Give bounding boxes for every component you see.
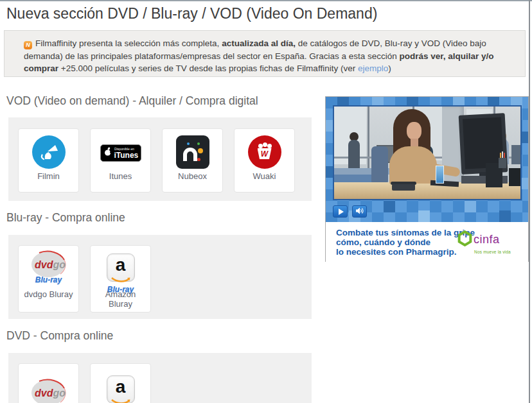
filmaffinity-page: Nueva sección DVD / Blu-ray / VOD (Video… [0, 0, 532, 403]
section-heading-vod: VOD (Video on demand) - Alquiler / Compr… [6, 94, 258, 108]
mosaic-tile [499, 210, 511, 222]
itunes-icon: Disponible en iTunes [91, 144, 150, 162]
cinfa-tagline: Nos mueve la vida [474, 250, 522, 254]
computer-monitor-back [463, 117, 504, 169]
vod-panel: Filmin Disponible en iTunes [8, 117, 312, 201]
amazon-smile-icon [110, 275, 132, 286]
section-heading-bluray: Blu-ray - Compra online [6, 211, 125, 225]
nubeox-dot [187, 142, 190, 145]
play-button[interactable] [333, 205, 348, 218]
filmaffinity-new-icon: N [24, 41, 32, 49]
window-border-top [0, 0, 532, 1]
intro-bold-1: actualizada al día, [222, 39, 296, 48]
card-amazon[interactable]: a [90, 363, 151, 403]
amazon-bluray-icon: a Blu-ray [91, 253, 150, 294]
card-filmin[interactable]: Filmin [18, 128, 79, 193]
cinfa-hexagon-icon [457, 230, 472, 249]
filmin-icon [19, 135, 78, 169]
amazon-letter: a [116, 255, 126, 275]
ejemplo-link[interactable]: ejemplo [358, 64, 388, 73]
ad-video-scene [334, 107, 520, 199]
amazon-icon: a [91, 375, 150, 403]
wuaki-letter: W [261, 150, 268, 159]
mute-button[interactable] [352, 205, 367, 218]
bluray-panel: dvdgo Blu-ray dvdgo Bluray a [8, 235, 312, 319]
intro-text-3: +25.000 películas y series de TV desde l… [58, 64, 358, 73]
speaker-icon [355, 206, 364, 218]
mosaic-tile [384, 201, 395, 212]
popcorn-dot [267, 144, 272, 148]
card-label: dvdgo Bluray [19, 289, 78, 299]
dvdgo-wordmark-go: go [52, 388, 66, 399]
dvdgo-icon: dvdgo [19, 378, 78, 403]
office-chair [371, 146, 388, 185]
svg-text:dvdgo: dvdgo [35, 388, 66, 399]
dvdgo-wordmark-go: go [52, 259, 66, 270]
card-wuaki[interactable]: W Wuaki [234, 128, 295, 193]
card-label: Nubeox [163, 171, 222, 181]
intro-text-4: ) [388, 64, 391, 73]
popcorn-bucket-shape: W [258, 148, 272, 159]
card-dvdgo[interactable]: dvdgo [18, 363, 79, 403]
leaflet [436, 166, 444, 184]
wuaki-icon: W [235, 135, 294, 169]
desk-device [509, 168, 520, 186]
card-label: Amazon Bluray [91, 289, 150, 309]
ad-video-player[interactable] [333, 105, 522, 200]
play-icon [339, 209, 344, 215]
window-border-right [529, 0, 530, 403]
card-nubeox[interactable]: Nubeox [162, 128, 223, 193]
card-dvdgo-bluray[interactable]: dvdgo Blu-ray dvdgo Bluray [18, 245, 79, 313]
nubeox-dot [197, 142, 200, 145]
popcorn-dot [258, 144, 263, 148]
nubeox-n-shape [183, 148, 197, 161]
card-label: Itunes [91, 171, 150, 181]
page-title: Nueva sección DVD / Blu-ray / VOD (Video… [6, 5, 377, 22]
pen-cup [499, 158, 506, 168]
background-person [348, 140, 360, 168]
section-heading-dvd: DVD - Compra online [6, 329, 113, 343]
ad-banner[interactable]: Combate tus síntomas de la gripe cómo, c… [325, 96, 529, 262]
bluray-wordmark: Blu-ray [19, 275, 78, 284]
intro-box: NFilmaffinity presenta la selección más … [4, 30, 526, 77]
card-itunes[interactable]: Disponible en iTunes Itunes [90, 128, 151, 193]
itunes-badge-small-text: Disponible en [114, 147, 135, 150]
dvd-panel: dvdgo a [8, 353, 312, 403]
ad-mosaic-background [326, 97, 528, 222]
cinfa-brand: cinfa [474, 233, 500, 246]
nubeox-dot [197, 158, 200, 161]
office-worker-neck [411, 139, 418, 146]
amazon-smile-icon [110, 397, 132, 403]
popcorn-dot [263, 142, 267, 147]
mosaic-tile [465, 201, 476, 212]
apple-icon [104, 147, 112, 159]
cinfa-logo: cinfa Nos mueve la vida [457, 230, 522, 254]
desk-phone [392, 184, 415, 191]
card-amazon-bluray[interactable]: a Blu-ray Amazon Bluray [90, 245, 151, 313]
card-label: Wuaki [235, 171, 294, 181]
intro-text-1: Filmaffinity presenta la selección más c… [35, 39, 222, 48]
mosaic-tile [418, 210, 430, 222]
dvdgo-wordmark-dvd: dvd [35, 259, 54, 270]
nubeox-icon [163, 135, 222, 169]
background-person [511, 145, 520, 164]
nubeox-dot [198, 148, 203, 153]
svg-text:dvdgo: dvdgo [35, 259, 66, 270]
card-label: Filmin [19, 171, 78, 181]
office-worker-face [407, 122, 421, 140]
amazon-letter: a [116, 377, 126, 397]
dvdgo-wordmark-dvd: dvd [35, 388, 54, 399]
window-mullion [368, 107, 369, 173]
itunes-badge-big-text: iTunes [114, 151, 139, 159]
